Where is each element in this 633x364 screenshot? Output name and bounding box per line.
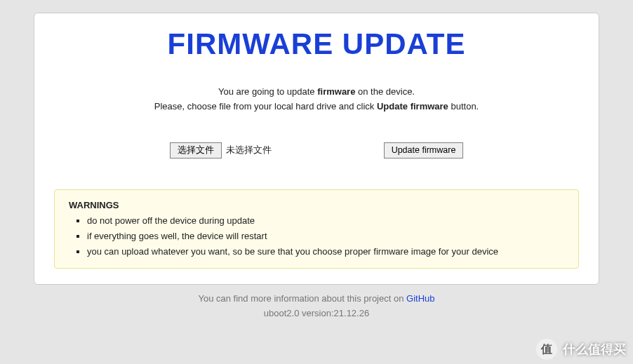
footer-version: uboot2.0 version:21.12.26 [264, 308, 369, 318]
watermark-icon: 值 [536, 339, 557, 360]
warnings-list: do not power off the device during updat… [69, 213, 564, 259]
list-item: if everything goes well, the device will… [87, 229, 564, 244]
watermark-text: 什么值得买 [563, 341, 626, 358]
warnings-box: WARNINGS do not power off the device dur… [54, 189, 579, 269]
intro-bold-update: Update firmware [377, 101, 448, 112]
intro-line2-prefix: Please, choose file from your local hard… [154, 101, 377, 112]
intro-line2-suffix: button. [448, 101, 479, 112]
list-item: do not power off the device during updat… [87, 213, 564, 229]
main-card: FIRMWARE UPDATE You are going to update … [34, 13, 599, 285]
list-item: you can upload whatever you want, so be … [87, 244, 564, 259]
footer: You can find more information about this… [0, 292, 633, 321]
file-input-group: 选择文件 未选择文件 [170, 142, 272, 159]
choose-file-button[interactable]: 选择文件 [170, 142, 222, 159]
intro-prefix: You are going to update [218, 86, 317, 97]
intro-mid1: on the device. [355, 86, 415, 97]
watermark: 值 什么值得买 [536, 339, 626, 360]
footer-info-prefix: You can find more information about this… [199, 293, 407, 304]
intro-bold-firmware: firmware [317, 86, 355, 97]
github-link[interactable]: GitHub [406, 293, 434, 304]
file-status-text: 未选择文件 [226, 144, 272, 156]
update-firmware-button[interactable]: Update firmware [384, 142, 464, 159]
actions-row: 选择文件 未选择文件 Update firmware [54, 142, 579, 159]
warnings-title: WARNINGS [69, 200, 564, 210]
page-title: FIRMWARE UPDATE [54, 27, 579, 61]
intro-text: You are going to update firmware on the … [54, 85, 579, 114]
